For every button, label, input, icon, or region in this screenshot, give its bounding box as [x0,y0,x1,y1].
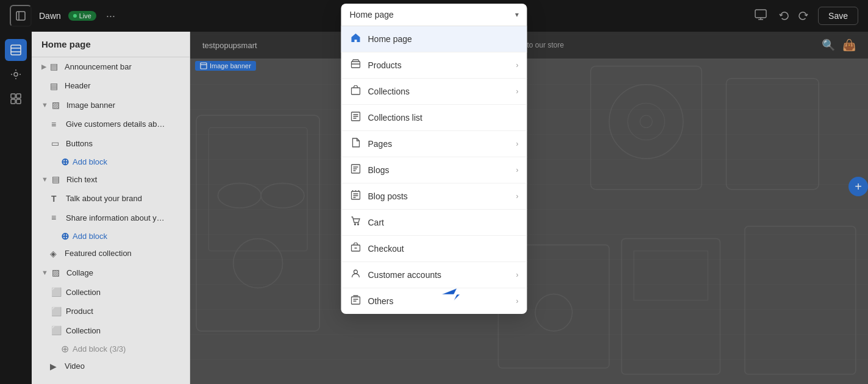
dropdown-item-label: Products [368,60,402,70]
arrow-right-icon: › [516,271,519,279]
svg-rect-31 [352,62,360,68]
customer-accounts-icon [350,269,362,281]
dropdown-item-label: Customer accounts [368,270,442,280]
svg-point-50 [358,224,359,225]
dropdown-item-label: Cart [368,218,384,227]
dropdown-item-cart[interactable]: Cart [341,210,527,236]
svg-rect-33 [352,88,360,94]
arrow-right-icon: › [516,61,519,69]
dropdown-item-label: Collections [368,87,410,96]
checkout-icon [350,243,362,255]
dropdown-item-left: Home page [350,33,412,45]
blog-posts-icon [350,190,362,202]
pages-icon [350,138,362,150]
dropdown-item-label: Collections list [368,113,422,123]
dropdown-item-pages[interactable]: Pages › [341,131,527,157]
dropdown-item-label: Home page [368,34,412,44]
dropdown-item-left: Products [350,59,402,71]
dropdown-item-left: Collections list [350,112,422,124]
dropdown-item-blogs[interactable]: Blogs › [341,157,527,183]
dropdown-item-left: Checkout [350,243,404,255]
arrow-right-icon: › [516,192,519,201]
dropdown-item-left: Customer accounts [350,269,442,281]
svg-point-53 [354,270,358,274]
dropdown-item-customer-accounts[interactable]: Customer accounts › [341,262,527,288]
dropdown-item-collections[interactable]: Collections › [341,79,527,105]
arrow-right-icon: › [516,166,519,174]
cart-icon [350,216,362,229]
arrow-right-icon: › [516,297,519,305]
dropdown-item-blog-posts[interactable]: Blog posts › [341,183,527,210]
home-icon [350,33,362,45]
dropdown-item-label: Pages [368,139,393,149]
dropdown-item-left: Blog posts [350,190,408,202]
dropdown-header[interactable]: Home page ▾ [341,4,527,26]
dropdown-item-left: Others [350,295,394,307]
dropdown-item-label: Checkout [368,244,404,254]
dropdown-backdrop[interactable]: Home page ▾ Home page [0,0,868,384]
dropdown-header-title: Home page [350,10,394,20]
blogs-icon [350,164,362,176]
dropdown-item-left: Cart [350,216,384,229]
products-icon [350,59,362,71]
page-type-dropdown-panel: Home page ▾ Home page [341,4,527,314]
dropdown-item-label: Blogs [368,165,390,175]
dropdown-item-products[interactable]: Products › [341,52,527,79]
others-icon [350,295,362,307]
dropdown-item-checkout[interactable]: Checkout [341,236,527,262]
dropdown-item-label: Blog posts [368,191,408,201]
dropdown-item-left: Blogs [350,164,390,176]
dropdown-item-left: Pages [350,138,393,150]
dropdown-item-label: Others [368,296,394,306]
dropdown-item-collections-list[interactable]: Collections list [341,105,527,131]
dropdown-item-others[interactable]: Others › [341,288,527,314]
arrow-right-icon: › [516,87,519,96]
svg-rect-54 [352,297,360,304]
svg-point-49 [355,224,356,225]
arrow-right-icon: › [516,140,519,148]
collections-icon [350,85,362,98]
collections-list-icon [350,112,362,124]
dropdown-arrow-icon: ▾ [515,10,519,19]
dropdown-item-home-page[interactable]: Home page [341,26,527,52]
dropdown-item-left: Collections [350,85,410,98]
